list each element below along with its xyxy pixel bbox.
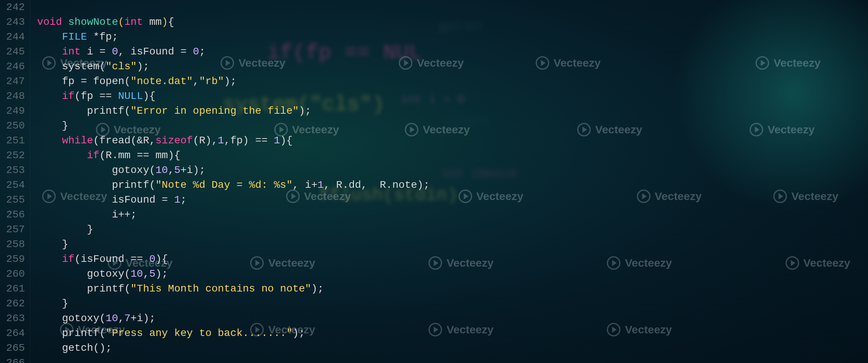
code-line[interactable]: printf("Error in opening the file"); xyxy=(37,104,430,119)
svg-point-8 xyxy=(578,123,590,136)
code-line[interactable]: gotoxy(10,7+i); xyxy=(37,311,430,326)
token-num: 1 xyxy=(274,135,280,146)
token-op: ); xyxy=(224,76,237,87)
svg-point-4 xyxy=(756,57,769,69)
token-id: isFound xyxy=(112,194,156,206)
code-line[interactable] xyxy=(37,0,430,15)
code-line[interactable]: gotoxy(10,5+i); xyxy=(37,163,430,178)
watermark: Vecteezy xyxy=(458,189,524,204)
svg-point-3 xyxy=(536,57,548,69)
token-op: , xyxy=(361,179,380,191)
token-op: ); xyxy=(311,283,324,294)
token-op: = xyxy=(155,194,174,206)
token-op: , xyxy=(193,76,199,87)
token-type: FILE xyxy=(62,31,87,43)
line-number: 264 xyxy=(0,326,25,341)
line-number: 243 xyxy=(0,15,25,30)
token-op: , xyxy=(224,135,230,146)
token-op: } xyxy=(87,224,93,235)
code-line[interactable]: } xyxy=(37,222,430,237)
token-id: i xyxy=(187,164,193,176)
token-id: i xyxy=(112,209,118,220)
code-line[interactable]: int i = 0, isFound = 0; xyxy=(37,44,430,59)
token-op xyxy=(81,46,87,57)
code-line[interactable]: if(fp == NULL){ xyxy=(37,89,430,104)
token-num: 10 xyxy=(155,164,168,176)
line-number: 258 xyxy=(0,237,25,252)
token-op: , xyxy=(324,179,336,191)
code-line[interactable]: printf("Press any key to back......."); xyxy=(37,326,430,341)
token-id: mm xyxy=(155,150,168,161)
token-fn: showNote xyxy=(68,16,118,28)
token-num: 5 xyxy=(149,268,155,280)
token-call: printf xyxy=(112,179,149,191)
code-editor[interactable]: 2422432442452462472482492502512522532542… xyxy=(0,0,868,44)
code-line[interactable] xyxy=(37,356,430,363)
token-op: == xyxy=(131,150,155,161)
token-op: ( xyxy=(99,61,106,72)
token-op: (); xyxy=(93,342,112,354)
line-number: 246 xyxy=(0,59,25,74)
token-id: i xyxy=(137,313,143,324)
code-content[interactable]: void showNote(int mm){ FILE *fp; int i =… xyxy=(37,0,430,363)
code-line[interactable]: FILE *fp; xyxy=(37,30,430,44)
svg-point-13 xyxy=(637,190,650,202)
watermark: Vecteezy xyxy=(749,122,815,137)
token-num: 7 xyxy=(124,313,131,324)
token-op: ( xyxy=(99,150,106,161)
token-op: ); xyxy=(193,164,205,176)
code-line[interactable]: isFound = 1; xyxy=(37,193,430,207)
token-id: isFound xyxy=(131,46,174,57)
token-id: isFound xyxy=(81,253,125,265)
token-call: gotoxy xyxy=(87,268,124,280)
token-id: i xyxy=(305,179,311,191)
watermark: Vecteezy xyxy=(428,322,494,337)
code-line[interactable]: i++; xyxy=(37,207,430,222)
token-op: = xyxy=(93,46,112,57)
svg-point-23 xyxy=(608,323,620,336)
watermark: Vecteezy xyxy=(785,256,851,270)
code-line[interactable]: fp = fopen("note.dat","rb"); xyxy=(37,74,430,89)
token-op: , xyxy=(143,268,149,280)
line-number-gutter: 2422432442452462472482492502512522532542… xyxy=(0,0,30,363)
svg-point-18 xyxy=(608,257,620,269)
code-line[interactable]: void showNote(int mm){ xyxy=(37,15,430,30)
token-op: ); xyxy=(417,179,430,191)
code-line[interactable]: printf("This Month contains no note"); xyxy=(37,282,430,296)
token-call: gotoxy xyxy=(112,164,149,176)
token-op: ( xyxy=(99,313,106,324)
bg-code-clearc: ClearC xyxy=(445,115,490,129)
code-line[interactable]: system("cls"); xyxy=(37,59,430,74)
code-line[interactable]: if(R.mm == mm){ xyxy=(37,148,430,163)
code-line[interactable]: getch(); xyxy=(37,341,430,356)
token-op: , xyxy=(293,179,305,191)
line-number: 255 xyxy=(0,193,25,207)
token-op xyxy=(143,16,149,28)
code-line[interactable]: printf("Note %d Day = %d: %s", i+1, R.dd… xyxy=(37,178,430,193)
code-line[interactable]: } xyxy=(37,237,430,252)
token-call: printf xyxy=(87,105,124,117)
token-num: 1 xyxy=(174,194,181,206)
token-op: ( xyxy=(193,135,199,146)
code-line[interactable]: while(fread(&R,sizeof(R),1,fp) == 1){ xyxy=(37,133,430,148)
watermark: Vecteezy xyxy=(636,189,702,204)
token-op: } xyxy=(62,298,68,309)
token-id: i xyxy=(87,46,93,57)
token-op: } xyxy=(62,120,68,131)
svg-point-14 xyxy=(774,190,786,202)
line-number: 262 xyxy=(0,296,25,311)
token-op: ( xyxy=(124,283,131,294)
token-str: "cls" xyxy=(106,61,137,72)
watermark: Vecteezy xyxy=(606,256,672,270)
code-line[interactable]: if(isFound == 0){ xyxy=(37,252,430,267)
token-kw: void xyxy=(37,16,62,28)
token-id: R xyxy=(199,135,205,146)
token-op: ) == xyxy=(243,135,274,146)
token-call: fread xyxy=(99,135,131,146)
token-op: + xyxy=(181,164,187,176)
code-line[interactable]: } xyxy=(37,296,430,311)
code-line[interactable]: gotoxy(10,5); xyxy=(37,267,430,282)
token-op: * xyxy=(87,31,99,43)
token-str: "Error in opening the file" xyxy=(131,105,299,117)
code-line[interactable]: } xyxy=(37,119,430,133)
